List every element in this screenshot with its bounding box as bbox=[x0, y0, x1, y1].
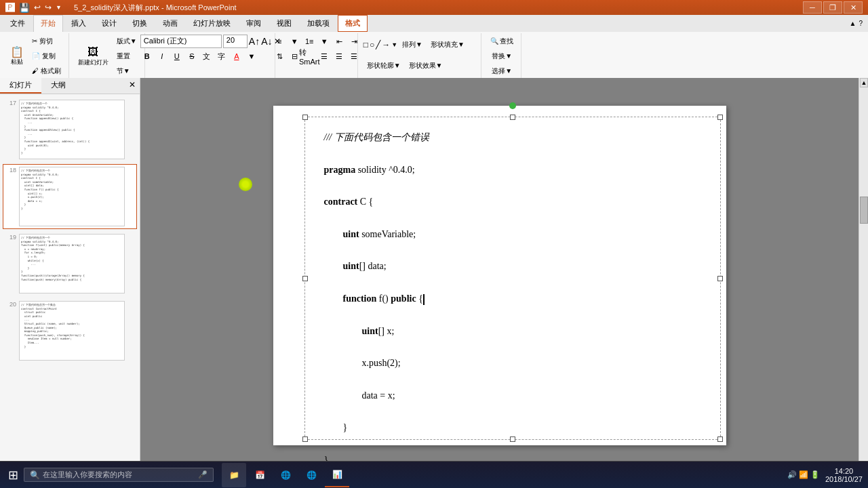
slide-canvas: /// 下面代码包含一个错误 pragma solidity ^0.4.0; c… bbox=[273, 106, 726, 445]
restore-button[interactable]: ❐ bbox=[823, 1, 842, 14]
ribbon-collapse[interactable]: ▲ bbox=[850, 20, 856, 27]
rotation-handle[interactable] bbox=[509, 102, 516, 109]
taskbar-chrome[interactable]: 🌐 bbox=[299, 463, 323, 487]
spacing-button[interactable]: 字 bbox=[215, 49, 229, 63]
editing-controls: 🔍 查找 替换▼ 选择▼ bbox=[487, 35, 517, 78]
italic-button[interactable]: I bbox=[155, 49, 169, 63]
arrange-button[interactable]: 排列▼ bbox=[399, 38, 426, 52]
tab-view[interactable]: 视图 bbox=[269, 15, 299, 32]
handle-br[interactable] bbox=[717, 436, 723, 442]
slide-thumb-20[interactable]: 20 // 下面代码包含另一个集合contract ContractPoint … bbox=[3, 298, 137, 363]
help-icon[interactable]: ? bbox=[859, 20, 863, 27]
handle-tl[interactable] bbox=[302, 115, 308, 120]
tab-format[interactable]: 格式 bbox=[338, 15, 368, 32]
tab-file[interactable]: 文件 bbox=[3, 15, 33, 32]
handle-tm[interactable] bbox=[510, 115, 515, 120]
new-slide-button[interactable]: 🖼 新建幻灯片 bbox=[75, 41, 112, 71]
search-box[interactable]: 🔍 在这里输入你要搜索的内容 🎤 bbox=[24, 468, 214, 482]
scroll-up-button[interactable]: ▲ bbox=[860, 78, 868, 87]
tab-outline-panel[interactable]: 大纲 bbox=[41, 78, 75, 94]
font-name-input[interactable]: Calibri (正文) bbox=[140, 35, 222, 48]
handle-mr[interactable] bbox=[717, 276, 723, 281]
font-color-arrow[interactable]: ▼ bbox=[245, 49, 258, 63]
close-button[interactable]: ✕ bbox=[844, 1, 863, 14]
underline-button[interactable]: U bbox=[170, 49, 184, 63]
clock-display[interactable]: 14:20 2018/10/27 bbox=[825, 467, 863, 483]
paste-button[interactable]: 📋 粘贴 bbox=[7, 41, 27, 71]
microphone-icon[interactable]: 🎤 bbox=[198, 470, 208, 479]
font-size-input[interactable]: 20 bbox=[223, 35, 248, 48]
tab-addins[interactable]: 加载项 bbox=[300, 15, 337, 32]
taskbar-edge[interactable]: 🌐 bbox=[273, 463, 298, 487]
font-grow-button[interactable]: A↑ bbox=[249, 36, 260, 47]
handle-tr[interactable] bbox=[717, 115, 723, 120]
quick-save[interactable]: 💾 bbox=[19, 3, 30, 13]
handle-bm[interactable] bbox=[510, 436, 515, 442]
text-direction-button[interactable]: ⇅ bbox=[273, 49, 286, 63]
fill-button[interactable]: 形状填充▼ bbox=[427, 38, 468, 52]
tab-animations[interactable]: 动画 bbox=[155, 15, 185, 32]
handle-bl[interactable] bbox=[302, 436, 308, 442]
shape-arrow[interactable]: → bbox=[382, 40, 390, 49]
numbering-button[interactable]: 1≡ bbox=[302, 35, 316, 48]
bullets-arrow[interactable]: ▼ bbox=[288, 35, 301, 48]
numbering-arrow[interactable]: ▼ bbox=[317, 35, 331, 48]
shapes-more[interactable]: ▼ bbox=[391, 41, 397, 48]
panel-close-button[interactable]: ✕ bbox=[125, 78, 140, 94]
push-line: x.push(2); bbox=[324, 355, 701, 371]
align-center-button[interactable]: ☰ bbox=[332, 49, 346, 63]
reset-button[interactable]: 重置 bbox=[113, 49, 140, 63]
quick-undo[interactable]: ↩ bbox=[34, 3, 41, 12]
section-button[interactable]: 节▼ bbox=[113, 64, 140, 78]
find-button[interactable]: 🔍 查找 bbox=[487, 35, 517, 48]
quick-access-arrow[interactable]: ▼ bbox=[56, 4, 62, 11]
smartart-button[interactable]: 转SmArt bbox=[302, 49, 316, 63]
cut-button[interactable]: ✂ 剪切 bbox=[28, 35, 64, 48]
shape-oval[interactable]: ○ bbox=[370, 40, 374, 49]
select-button[interactable]: 选择▼ bbox=[488, 64, 515, 78]
copy-button[interactable]: 📄 复制 bbox=[28, 49, 64, 63]
taskbar-file-explorer[interactable]: 📁 bbox=[222, 463, 246, 487]
tab-slide-panel[interactable]: 幻灯片 bbox=[0, 78, 41, 94]
contract-line: contract C { bbox=[324, 194, 701, 210]
bullets-button[interactable]: ≡ bbox=[273, 35, 286, 48]
decrease-indent-button[interactable]: ⇤ bbox=[332, 35, 346, 48]
font-controls: Calibri (正文) 20 A↑ A↓ ✕ B I U S 文 字 A ▼ bbox=[140, 35, 281, 76]
font-shrink-button[interactable]: A↓ bbox=[261, 36, 272, 47]
slide-thumb-17[interactable]: 17 // 下面代码包含一个pragma solidity ^0.4.0;con… bbox=[3, 97, 137, 162]
tab-home[interactable]: 开始 bbox=[33, 15, 63, 32]
public-keyword: public bbox=[391, 293, 416, 304]
title-text: 5_2_solidity深入讲解.pptx - Microsoft PowerP… bbox=[74, 3, 237, 13]
tab-insert[interactable]: 插入 bbox=[64, 15, 94, 32]
uint-x-line: uint[] x; bbox=[324, 323, 701, 340]
format-painter-button[interactable]: 🖌 格式刷 bbox=[28, 64, 64, 78]
align-left-button[interactable]: ☰ bbox=[317, 49, 331, 63]
taskbar-powerpoint[interactable]: 📊 bbox=[325, 463, 349, 487]
strikethrough-button[interactable]: S bbox=[185, 49, 199, 63]
tab-transitions[interactable]: 切换 bbox=[125, 15, 155, 32]
scroll-thumb[interactable] bbox=[860, 197, 868, 224]
bold-button[interactable]: B bbox=[140, 49, 154, 63]
code-textbox[interactable]: /// 下面代码包含一个错误 pragma solidity ^0.4.0; c… bbox=[304, 117, 721, 440]
replace-button[interactable]: 替换▼ bbox=[488, 49, 515, 63]
tab-review[interactable]: 审阅 bbox=[239, 15, 269, 32]
quick-redo[interactable]: ↪ bbox=[45, 3, 52, 12]
font-color-button[interactable]: A bbox=[230, 49, 243, 63]
shape-rect[interactable]: □ bbox=[363, 40, 368, 49]
tab-design[interactable]: 设计 bbox=[94, 15, 124, 32]
slide-thumb-19[interactable]: 19 // 下面代码包含另一个pragma solidity ^0.4.0;fu… bbox=[3, 231, 137, 296]
start-button[interactable]: ⊞ bbox=[5, 465, 21, 485]
shape-line[interactable]: ╱ bbox=[376, 40, 380, 49]
handle-ml[interactable] bbox=[302, 276, 308, 281]
outline-button[interactable]: 形状轮廓▼ bbox=[363, 59, 404, 73]
vertical-scrollbar[interactable]: ▲ ▼ bbox=[859, 78, 868, 473]
title-bar-controls[interactable]: ─ ❐ ✕ bbox=[803, 1, 863, 14]
minimize-button[interactable]: ─ bbox=[803, 1, 822, 14]
shadow-button[interactable]: 文 bbox=[200, 49, 214, 63]
blank-2 bbox=[324, 178, 701, 194]
layout-button[interactable]: 版式▼ bbox=[113, 35, 140, 48]
effect-button[interactable]: 形状效果▼ bbox=[406, 59, 446, 73]
slide-thumb-18[interactable]: 18 // 下面代码包含另一个pragma solidity ^0.4.0;co… bbox=[3, 164, 137, 229]
taskbar-calendar[interactable]: 📅 bbox=[248, 463, 272, 487]
tab-slideshow[interactable]: 幻灯片放映 bbox=[186, 15, 238, 32]
